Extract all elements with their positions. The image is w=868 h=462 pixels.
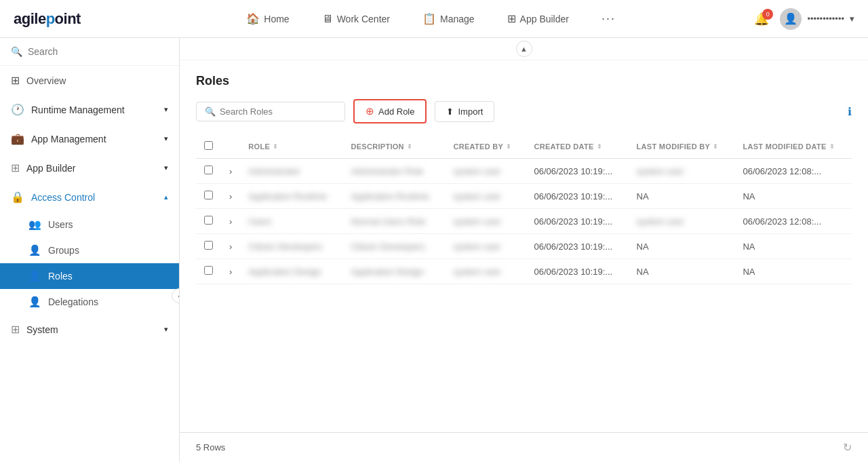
import-button[interactable]: ⬆ Import <box>435 101 494 122</box>
import-icon: ⬆ <box>446 107 454 117</box>
row-checkbox-cell <box>196 234 221 259</box>
nav-more-label: ··· <box>601 12 616 26</box>
notification-badge: 0 <box>762 9 773 20</box>
row-description-0: Administrator Role <box>342 159 445 184</box>
row-created-by-4: system user <box>445 259 526 284</box>
th-description[interactable]: DESCRIPTION ⇕ <box>342 134 445 159</box>
table-row: › Application Runtime Application Runtim… <box>196 184 852 209</box>
system-icon: ⊞ <box>11 323 20 336</box>
sidebar-item-delegations[interactable]: 👤 Delegations <box>28 289 179 315</box>
row-checkbox-4[interactable] <box>204 266 213 275</box>
last-modified-date-sort-icon: ⇕ <box>829 143 835 150</box>
content-area: Roles 🔍 ⊕ Add Role ⬆ Import ℹ <box>180 60 868 432</box>
groups-icon: 👤 <box>28 244 41 256</box>
th-last-modified-date[interactable]: LAST MODIFIED DATE ⇕ <box>734 134 852 159</box>
nav-home[interactable]: 🏠 Home <box>241 9 294 28</box>
row-created-date-2: 06/06/2023 10:19:... <box>526 209 628 234</box>
sidebar-search-area: 🔍 <box>0 38 179 66</box>
toolbar-right: ℹ <box>848 105 852 118</box>
nav-manage-label: Manage <box>440 14 475 24</box>
th-role[interactable]: ROLE ⇕ <box>240 134 342 159</box>
table-row: › Application Design Application Design … <box>196 259 852 284</box>
sidebar-item-users[interactable]: 👥 Users <box>28 212 179 237</box>
nav-app-builder-label: App Builder <box>520 14 569 24</box>
nav-app-builder[interactable]: ⊞ App Builder <box>502 9 574 28</box>
nav-work-center[interactable]: 🖥 Work Center <box>317 10 395 28</box>
created-date-sort-icon: ⇕ <box>597 143 602 150</box>
toolbar: 🔍 ⊕ Add Role ⬆ Import ℹ <box>196 99 852 123</box>
nav-more-button[interactable]: ··· <box>596 9 621 28</box>
row-expand-2[interactable]: › <box>221 209 240 234</box>
row-checkbox-cell <box>196 259 221 284</box>
row-role-2: Users <box>240 209 342 234</box>
row-expand-1[interactable]: › <box>221 184 240 209</box>
row-last-modified-by-0: system user <box>629 159 735 184</box>
row-last-modified-date-4: NA <box>734 259 852 284</box>
user-name: •••••••••••• <box>807 14 844 24</box>
users-icon: 👥 <box>28 218 41 231</box>
nav-home-label: Home <box>264 14 289 24</box>
row-created-date-0: 06/06/2023 10:19:... <box>526 159 628 184</box>
row-checkbox-cell <box>196 209 221 234</box>
runtime-management-chevron-icon: ▾ <box>164 105 168 114</box>
sidebar-item-app-management-label: App Management <box>31 134 106 145</box>
sidebar-item-system[interactable]: ⊞ System ▾ <box>0 315 179 344</box>
add-role-button[interactable]: ⊕ Add Role <box>353 99 427 123</box>
row-last-modified-date-3: NA <box>734 234 852 259</box>
layout: 🔍 ⊞ Overview 🕐 Runtime Management ▾ 💼 Ap… <box>0 38 868 462</box>
row-expand-3[interactable]: › <box>221 234 240 259</box>
sidebar-item-delegations-label: Delegations <box>48 296 98 307</box>
search-roles-input[interactable] <box>220 107 336 117</box>
row-description-3: Citizen Developers <box>342 234 445 259</box>
access-control-submenu: 👥 Users 👤 Groups 👤 Roles 👤 Delegations <box>0 212 179 315</box>
nav-manage[interactable]: 📋 Manage <box>417 9 480 28</box>
system-chevron-icon: ▾ <box>164 325 168 334</box>
manage-icon: 📋 <box>422 12 436 25</box>
row-expand-0[interactable]: › <box>221 159 240 184</box>
sidebar-item-app-builder[interactable]: ⊞ App Builder ▾ <box>0 153 179 182</box>
home-icon: 🏠 <box>246 12 260 25</box>
row-checkbox-2[interactable] <box>204 216 213 225</box>
rows-count: 5 Rows <box>196 442 225 453</box>
user-menu[interactable]: 👤 •••••••••••• ▾ <box>780 8 854 30</box>
refresh-button[interactable]: ↻ <box>843 441 852 454</box>
sidebar-item-overview[interactable]: ⊞ Overview <box>0 66 179 95</box>
sidebar-search-input[interactable] <box>28 46 168 57</box>
runtime-management-icon: 🕐 <box>11 103 24 116</box>
row-checkbox-cell <box>196 159 221 184</box>
select-all-checkbox[interactable] <box>204 141 213 150</box>
sidebar-item-groups[interactable]: 👤 Groups <box>28 237 179 263</box>
roles-table: ROLE ⇕ DESCRIPTION ⇕ CRE <box>196 134 852 284</box>
nav-work-center-label: Work Center <box>337 14 390 24</box>
sidebar-item-runtime-management[interactable]: 🕐 Runtime Management ▾ <box>0 95 179 124</box>
sidebar-item-roles[interactable]: 👤 Roles <box>0 263 179 289</box>
info-icon[interactable]: ℹ <box>848 106 852 117</box>
row-checkbox-1[interactable] <box>204 191 213 199</box>
sidebar-item-roles-label: Roles <box>48 271 73 282</box>
search-roles-wrap: 🔍 <box>196 102 345 121</box>
row-created-date-4: 06/06/2023 10:19:... <box>526 259 628 284</box>
app-management-icon: 💼 <box>11 132 24 145</box>
notifications-button[interactable]: 🔔 0 <box>754 12 769 26</box>
description-sort-icon: ⇕ <box>407 143 412 150</box>
row-created-date-1: 06/06/2023 10:19:... <box>526 184 628 209</box>
row-created-by-1: system user <box>445 184 526 209</box>
th-last-modified-by[interactable]: LAST MODIFIED BY ⇕ <box>629 134 735 159</box>
sidebar-item-access-control[interactable]: 🔒 Access Control ▴ <box>0 182 179 212</box>
sidebar-item-runtime-label: Runtime Management <box>31 104 125 115</box>
sidebar-item-app-management[interactable]: 💼 App Management ▾ <box>0 124 179 153</box>
overview-icon: ⊞ <box>11 74 20 87</box>
th-created-by[interactable]: CREATED BY ⇕ <box>445 134 526 159</box>
logo[interactable]: agilepoint <box>14 10 81 28</box>
th-description-label: DESCRIPTION <box>351 142 403 151</box>
sidebar: 🔍 ⊞ Overview 🕐 Runtime Management ▾ 💼 Ap… <box>0 38 180 462</box>
th-expand <box>221 134 240 159</box>
top-collapse-button[interactable]: ▲ <box>516 41 532 57</box>
topnav-right: 🔔 0 👤 •••••••••••• ▾ <box>754 8 854 30</box>
row-checkbox-0[interactable] <box>204 166 213 174</box>
row-expand-4[interactable]: › <box>221 259 240 284</box>
sidebar-app-builder-icon: ⊞ <box>11 161 20 174</box>
row-last-modified-by-3: NA <box>629 234 735 259</box>
th-created-date[interactable]: CREATED DATE ⇕ <box>526 134 628 159</box>
row-checkbox-3[interactable] <box>204 241 213 250</box>
